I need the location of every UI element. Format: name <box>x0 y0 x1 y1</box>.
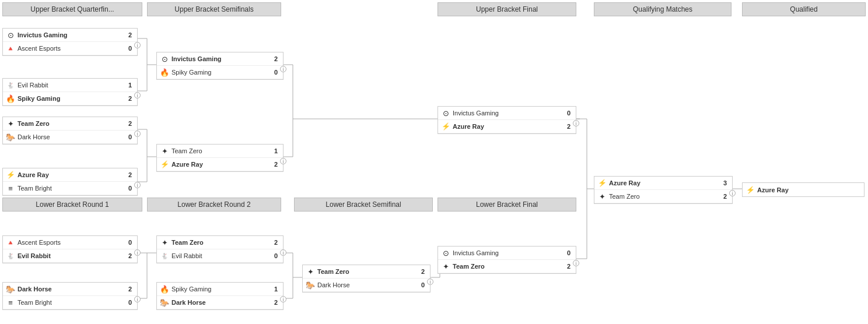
info-icon[interactable]: i <box>134 249 141 256</box>
team-row: ⊙ Invictus Gaming 0 <box>438 107 576 120</box>
team-score: 0 <box>125 299 135 306</box>
team-row: 🐇 Evil Rabbit 1 <box>3 79 137 92</box>
header-lbsf: Lower Bracket Semifinal <box>294 198 433 212</box>
team-row: ✦ Team Zero 2 <box>3 117 137 131</box>
team-row: ⚡ Azure Ray 2 <box>438 120 576 133</box>
team-row: ≡ Team Bright 0 <box>3 182 137 195</box>
azure-logo: ⚡ <box>159 159 170 170</box>
match-ubq4: ⚡ Azure Ray 2 ≡ Team Bright 0 i <box>2 168 138 196</box>
bright-logo: ≡ <box>5 183 16 193</box>
header-lbr2: Lower Bracket Round 2 <box>147 198 281 212</box>
team-score: 2 <box>125 171 135 178</box>
info-icon[interactable]: i <box>134 182 141 188</box>
bright-logo: ≡ <box>5 297 16 308</box>
header-qual: Qualified <box>742 2 866 16</box>
team-name: Invictus Gaming <box>18 31 124 38</box>
spiky-logo: 🔥 <box>159 67 170 78</box>
team-name: Team Bright <box>18 185 124 192</box>
evil-logo: 🐇 <box>159 251 170 261</box>
team-name: Team Zero <box>609 193 719 200</box>
team-row: 🔺 Ascent Esports 0 <box>3 42 137 55</box>
darkhorse-logo: 🐎 <box>305 280 316 290</box>
header-lbf: Lower Bracket Final <box>438 198 576 212</box>
team-name: Azure Ray <box>609 179 719 186</box>
info-icon[interactable]: i <box>280 296 286 302</box>
header-ubf: Upper Bracket Final <box>438 2 576 16</box>
invictus-logo: ⊙ <box>440 108 451 118</box>
spiky-logo: 🔥 <box>5 93 16 104</box>
team-row: ⊙ Invictus Gaming 2 <box>157 52 283 66</box>
evil-logo: 🐇 <box>5 251 16 261</box>
team-name: Invictus Gaming <box>172 55 270 62</box>
match-lbr1-1: 🔺 Ascent Esports 0 🐇 Evil Rabbit 2 i <box>2 235 138 263</box>
invictus-logo: ⊙ <box>5 30 16 40</box>
info-icon[interactable]: i <box>134 42 141 48</box>
team-row: 🔥 Spiky Gaming 1 <box>157 283 283 296</box>
team-name: Azure Ray <box>453 123 562 130</box>
team-name: Spiky Gaming <box>18 95 124 102</box>
team-name: Ascent Esports <box>18 45 124 52</box>
team-score: 1 <box>125 82 135 89</box>
team-score: 3 <box>720 179 730 186</box>
match-lbf: ⊙ Invictus Gaming 0 ✦ Team Zero 2 i <box>438 246 576 274</box>
team-score: 2 <box>125 95 135 102</box>
match-ubq2: 🐇 Evil Rabbit 1 🔥 Spiky Gaming 2 i <box>2 78 138 106</box>
team-score: 2 <box>564 263 573 270</box>
team-row: ⚡ Azure Ray <box>743 183 864 196</box>
info-icon[interactable]: i <box>280 249 286 256</box>
team-score: 0 <box>271 69 281 76</box>
team-row: 🐎 Dark Horse 0 <box>3 131 137 144</box>
team-row: 🔥 Spiky Gaming 2 <box>3 92 137 105</box>
team-name: Evil Rabbit <box>18 252 124 259</box>
team-score: 2 <box>271 55 281 62</box>
bracket-main: Upper Bracket Quarterfin... Upper Bracke… <box>2 2 866 324</box>
team-row: 🐇 Evil Rabbit 2 <box>3 249 137 263</box>
team-name: Spiky Gaming <box>172 69 270 76</box>
info-icon[interactable]: i <box>134 92 141 98</box>
evil-logo: 🐇 <box>5 80 16 90</box>
match-lbsf: ✦ Team Zero 2 🐎 Dark Horse 0 i <box>302 265 430 293</box>
team-row: ✦ Team Zero 2 <box>157 236 283 249</box>
ascent-logo: 🔺 <box>5 237 16 248</box>
info-icon[interactable]: i <box>427 279 433 285</box>
team-row: 🐎 Dark Horse 0 <box>303 279 430 292</box>
match-lbr2-2: 🔥 Spiky Gaming 1 🐎 Dark Horse 2 i <box>156 282 284 310</box>
team-name: Team Zero <box>172 147 270 154</box>
team-name: Dark Horse <box>18 133 124 140</box>
info-icon[interactable]: i <box>573 260 579 266</box>
team-row: ✦ Team Zero 2 <box>594 190 732 203</box>
match-ubq3: ✦ Team Zero 2 🐎 Dark Horse 0 i <box>2 117 138 145</box>
darkhorse-logo: 🐎 <box>5 132 16 142</box>
info-icon[interactable]: i <box>280 66 286 72</box>
team-row: 🔺 Ascent Esports 0 <box>3 236 137 249</box>
darkhorse-logo: 🐎 <box>159 297 170 308</box>
info-icon[interactable]: i <box>729 190 736 196</box>
match-ubq1: ⊙ Invictus Gaming 2 🔺 Ascent Esports 0 i <box>2 28 138 56</box>
info-icon[interactable]: i <box>573 120 579 126</box>
team-name: Evil Rabbit <box>172 252 270 259</box>
match-lbr1-2: 🐎 Dark Horse 2 ≡ Team Bright 0 i <box>2 282 138 310</box>
team-row: ≡ Team Bright 0 <box>3 296 137 309</box>
ascent-logo: 🔺 <box>5 43 16 54</box>
team-name: Azure Ray <box>757 186 862 193</box>
header-ubs: Upper Bracket Semifinals <box>147 2 281 16</box>
zero-logo: ✦ <box>597 191 607 202</box>
team-row: 🔥 Spiky Gaming 0 <box>157 66 283 79</box>
team-score: 1 <box>271 286 281 293</box>
header-ubq: Upper Bracket Quarterfin... <box>2 2 142 16</box>
team-name: Spiky Gaming <box>172 286 270 293</box>
header-lbr1: Lower Bracket Round 1 <box>2 198 142 212</box>
zero-logo: ✦ <box>159 146 170 156</box>
team-name: Team Zero <box>317 268 416 275</box>
match-lbr2-1: ✦ Team Zero 2 🐇 Evil Rabbit 0 i <box>156 235 284 263</box>
info-icon[interactable]: i <box>280 158 286 164</box>
info-icon[interactable]: i <box>134 131 141 137</box>
match-qualified: ⚡ Azure Ray <box>742 182 864 197</box>
team-score: 2 <box>271 239 281 246</box>
zero-logo: ✦ <box>440 261 451 272</box>
info-icon[interactable]: i <box>134 296 141 302</box>
team-name: Team Bright <box>18 299 124 306</box>
team-row: ⚡ Azure Ray 2 <box>3 168 137 182</box>
team-score: 2 <box>418 268 428 275</box>
zero-logo: ✦ <box>159 237 170 248</box>
